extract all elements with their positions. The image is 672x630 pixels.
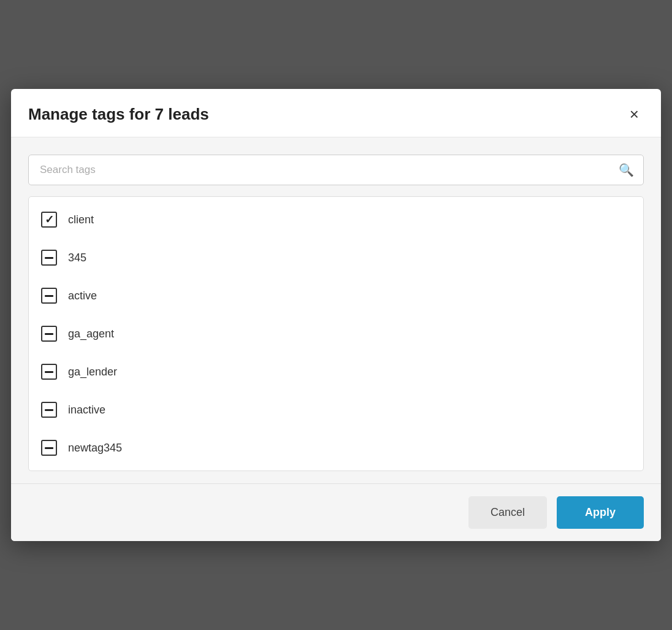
list-item[interactable]: client: [29, 201, 643, 239]
tags-list-container: client345activega_agentga_lenderinactive…: [28, 196, 644, 471]
cancel-button[interactable]: Cancel: [468, 496, 547, 529]
modal-title: Manage tags for 7 leads: [28, 105, 209, 124]
tag-label: 345: [68, 252, 86, 264]
modal-body: 🔍 client345activega_agentga_lenderinacti…: [11, 137, 661, 483]
search-input[interactable]: [28, 155, 644, 185]
apply-button[interactable]: Apply: [557, 496, 644, 529]
tag-label: inactive: [68, 404, 105, 417]
modal-footer: Cancel Apply: [11, 483, 661, 541]
tag-label: newtag345: [68, 442, 122, 455]
tag-label: active: [68, 290, 97, 302]
tag-label: ga_agent: [68, 328, 114, 340]
tag-label: ga_lender: [68, 366, 117, 378]
tag-checkbox[interactable]: [41, 288, 57, 304]
list-item[interactable]: ga_agent: [29, 315, 643, 353]
tag-label: client: [68, 213, 94, 226]
tag-checkbox[interactable]: [41, 326, 57, 342]
list-item[interactable]: 345: [29, 239, 643, 277]
tag-checkbox[interactable]: [41, 212, 57, 228]
tags-list: client345activega_agentga_lenderinactive…: [29, 197, 643, 471]
close-button[interactable]: ×: [625, 104, 644, 125]
list-item[interactable]: inactive: [29, 391, 643, 429]
list-item[interactable]: active: [29, 277, 643, 315]
tag-checkbox[interactable]: [41, 250, 57, 266]
tag-checkbox[interactable]: [41, 402, 57, 418]
list-item[interactable]: ga_lender: [29, 353, 643, 391]
tag-checkbox[interactable]: [41, 364, 57, 380]
list-item[interactable]: newtag345: [29, 429, 643, 467]
modal-header: Manage tags for 7 leads ×: [11, 89, 661, 137]
tag-checkbox[interactable]: [41, 440, 57, 456]
modal-overlay: Manage tags for 7 leads × 🔍 client345act…: [0, 0, 672, 630]
search-container: 🔍: [28, 155, 644, 185]
manage-tags-modal: Manage tags for 7 leads × 🔍 client345act…: [11, 89, 661, 541]
